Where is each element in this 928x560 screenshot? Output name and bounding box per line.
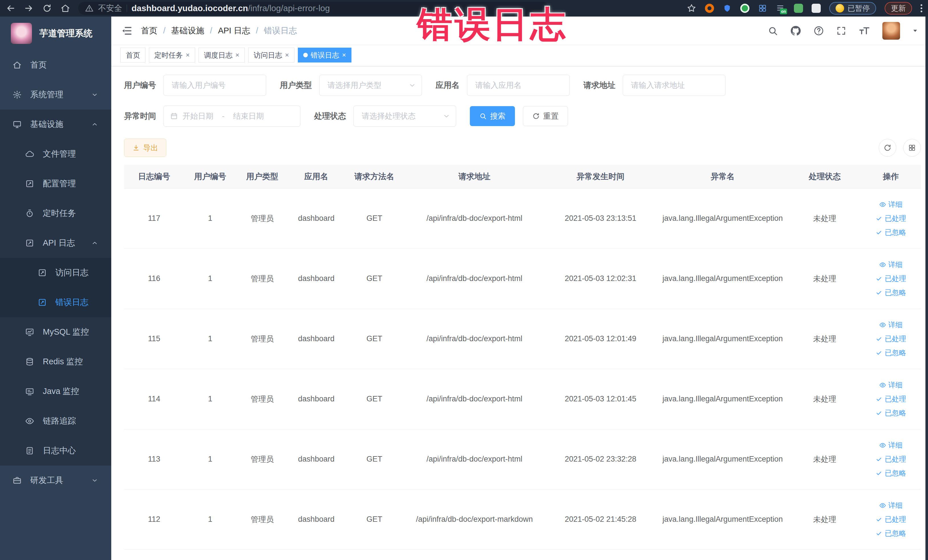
user-type-select[interactable]: 请选择用户类型 [319, 75, 422, 96]
tab-home[interactable]: 首页 [121, 48, 145, 63]
detail-link[interactable]: 详细 [879, 380, 903, 390]
mark-ignored-link[interactable]: 已忽略 [876, 227, 906, 237]
document-icon [25, 446, 34, 455]
sidebar-item-mysql-monitor[interactable]: MySQL 监控 [0, 317, 111, 347]
sidebar-toggle-icon[interactable] [121, 25, 132, 37]
col-user-id: 用户编号 [184, 165, 236, 188]
fullscreen-icon[interactable] [836, 26, 846, 36]
check-icon [876, 410, 882, 417]
chevron-down-icon [91, 477, 98, 484]
breadcrumb-api-log[interactable]: API 日志 [218, 25, 250, 37]
grid-extension-icon[interactable] [758, 4, 767, 13]
tab-access-log[interactable]: 访问日志× [248, 48, 295, 63]
sidebar-item-file-management[interactable]: 文件管理 [0, 139, 111, 169]
close-icon[interactable]: × [186, 51, 190, 59]
sidebar-item-redis-monitor[interactable]: Redis 监控 [0, 347, 111, 377]
process-status-label: 处理状态 [314, 111, 346, 122]
browser-home-icon[interactable] [61, 3, 70, 13]
reset-button[interactable]: 重置 [523, 106, 568, 126]
cell-user-type: 管理员 [236, 369, 288, 429]
close-icon[interactable]: × [342, 51, 346, 59]
search-button[interactable]: 搜索 [470, 106, 515, 126]
search-icon[interactable] [768, 26, 778, 36]
eye-icon [879, 502, 886, 509]
breadcrumb-infrastructure[interactable]: 基础设施 [171, 25, 204, 37]
paused-badge[interactable]: 已暂停 [829, 2, 876, 15]
reload-icon[interactable] [42, 3, 52, 13]
update-button[interactable]: 更新 [885, 2, 912, 15]
forward-icon[interactable] [24, 3, 34, 13]
sidebar-item-dev-tools[interactable]: 研发工具 [0, 465, 111, 495]
close-icon[interactable]: × [285, 51, 289, 59]
mark-ignored-link[interactable]: 已忽略 [876, 529, 906, 538]
mark-ignored-link[interactable]: 已忽略 [876, 468, 906, 478]
github-icon[interactable] [790, 25, 801, 37]
request-url-input[interactable] [623, 75, 725, 96]
export-button[interactable]: 导出 [124, 139, 166, 157]
help-icon[interactable] [814, 25, 824, 36]
extension-icon[interactable] [740, 4, 749, 13]
cell-app-name: dashboard [288, 309, 344, 369]
cell-user-type: 管理员 [236, 309, 288, 369]
tab-scheduled-jobs[interactable]: 定时任务× [149, 48, 195, 63]
sidebar-item-home[interactable]: 首页 [0, 50, 111, 80]
extension-icon[interactable]: on [776, 3, 785, 13]
cell-log-id: 116 [124, 249, 184, 309]
app-logo-row[interactable]: 芋道管理系统 [0, 17, 111, 50]
cell-exception-time: 2021-05-03 12:01:49 [545, 309, 657, 369]
tab-schedule-log[interactable]: 调度日志× [198, 48, 245, 63]
mark-processed-link[interactable]: 已处理 [876, 515, 906, 524]
cell-log-id: 117 [124, 188, 184, 249]
breadcrumb-home[interactable]: 首页 [141, 25, 157, 37]
user-avatar[interactable] [882, 22, 900, 40]
sidebar-item-log-center[interactable]: 日志中心 [0, 436, 111, 465]
sidebar-item-scheduled-jobs[interactable]: 定时任务 [0, 198, 111, 228]
browser-menu-icon[interactable] [920, 4, 922, 12]
extensions-puzzle-icon[interactable] [812, 4, 821, 13]
sidebar-item-config-management[interactable]: 配置管理 [0, 169, 111, 198]
bookmark-star-icon[interactable] [687, 3, 696, 13]
process-status-select[interactable]: 请选择处理状态 [353, 105, 456, 127]
cell-exception-name: java.lang.IllegalArgumentException [657, 369, 789, 429]
close-icon[interactable]: × [235, 51, 240, 59]
shield-extension-icon[interactable] [723, 4, 732, 13]
mark-ignored-link[interactable]: 已忽略 [876, 408, 906, 418]
tab-error-log[interactable]: 错误日志× [298, 48, 351, 63]
user-id-input[interactable] [163, 75, 266, 96]
col-user-type: 用户类型 [236, 165, 288, 188]
sidebar-item-tracing[interactable]: 链路追踪 [0, 406, 111, 436]
sidebar-item-access-log[interactable]: 访问日志 [0, 258, 111, 288]
check-icon [876, 229, 882, 236]
edit-icon [25, 179, 34, 188]
cell-exception-name: java.lang.IllegalArgumentException [657, 188, 789, 249]
exception-time-range-picker[interactable]: 开始日期 - 结束日期 [163, 105, 301, 127]
detail-link[interactable]: 详细 [879, 320, 903, 330]
extension-icon[interactable] [794, 4, 803, 13]
mark-processed-link[interactable]: 已处理 [876, 455, 906, 464]
sidebar-item-error-log[interactable]: 错误日志 [0, 288, 111, 317]
mark-processed-link[interactable]: 已处理 [876, 274, 906, 283]
detail-link[interactable]: 详细 [879, 500, 903, 510]
detail-link[interactable]: 详细 [879, 260, 903, 269]
start-date-placeholder: 开始日期 [183, 111, 214, 121]
sidebar-item-infrastructure[interactable]: 基础设施 [0, 110, 111, 139]
mark-ignored-link[interactable]: 已忽略 [876, 348, 906, 357]
font-size-icon[interactable] [858, 25, 870, 37]
mark-processed-link[interactable]: 已处理 [876, 394, 906, 404]
column-settings-button[interactable] [903, 139, 921, 157]
sidebar-item-system-management[interactable]: 系统管理 [0, 80, 111, 110]
sidebar-item-java-monitor[interactable]: Java 监控 [0, 377, 111, 406]
breadcrumb-separator: / [163, 26, 165, 35]
mark-processed-link[interactable]: 已处理 [876, 214, 906, 223]
back-icon[interactable] [6, 3, 15, 13]
extension-icon[interactable] [705, 4, 714, 13]
sidebar-item-api-log[interactable]: API 日志 [0, 228, 111, 258]
mark-ignored-link[interactable]: 已忽略 [876, 288, 906, 297]
caret-down-icon[interactable] [912, 27, 918, 34]
mark-processed-link[interactable]: 已处理 [876, 334, 906, 343]
page-scrollbar[interactable] [925, 17, 928, 560]
detail-link[interactable]: 详细 [879, 441, 903, 450]
refresh-table-button[interactable] [879, 139, 896, 157]
detail-link[interactable]: 详细 [879, 200, 903, 209]
app-name-input[interactable] [467, 75, 570, 96]
